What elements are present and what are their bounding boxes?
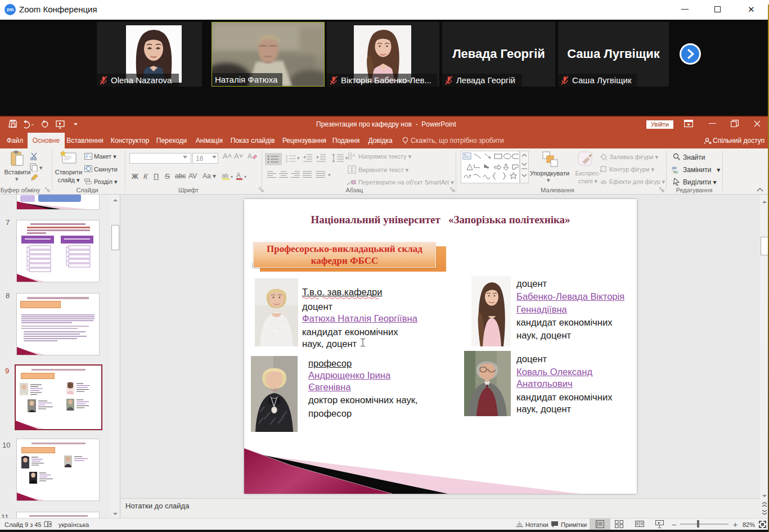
svg-text:ab: ab xyxy=(222,172,228,179)
svg-text:A: A xyxy=(248,152,252,160)
svg-text:▾: ▾ xyxy=(244,174,246,179)
svg-text:A: A xyxy=(352,152,356,158)
svg-text:3: 3 xyxy=(286,160,287,163)
svg-text:▾: ▾ xyxy=(231,174,233,179)
